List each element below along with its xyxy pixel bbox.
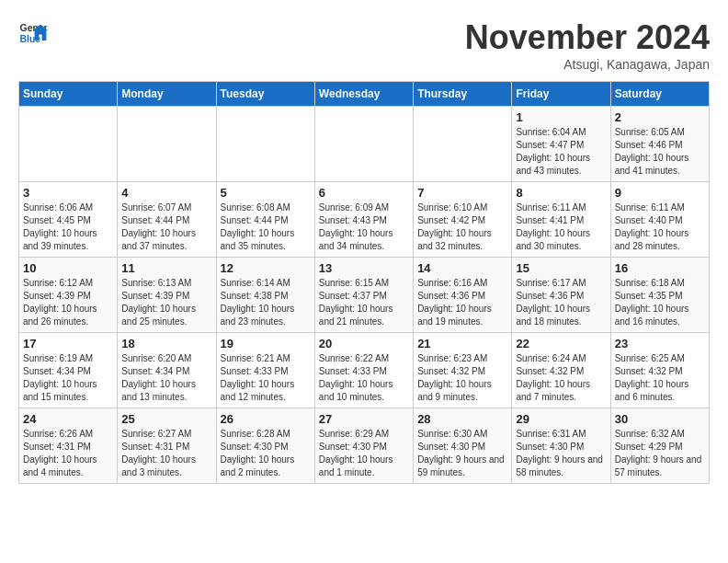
day-number: 21 bbox=[417, 337, 507, 350]
day-info: Sunrise: 6:31 AM Sunset: 4:30 PM Dayligh… bbox=[516, 428, 606, 479]
day-info: Sunrise: 6:04 AM Sunset: 4:47 PM Dayligh… bbox=[516, 126, 606, 178]
day-info: Sunrise: 6:28 AM Sunset: 4:30 PM Dayligh… bbox=[221, 428, 311, 479]
day-number: 30 bbox=[615, 412, 705, 426]
week-row-3: 10Sunrise: 6:12 AM Sunset: 4:39 PM Dayli… bbox=[19, 258, 710, 333]
day-number: 2 bbox=[615, 110, 705, 124]
day-number: 20 bbox=[319, 337, 409, 350]
calendar-table: SundayMondayTuesdayWednesdayThursdayFrid… bbox=[18, 81, 710, 484]
day-cell: 21Sunrise: 6:23 AM Sunset: 4:32 PM Dayli… bbox=[414, 333, 512, 408]
day-info: Sunrise: 6:29 AM Sunset: 4:30 PM Dayligh… bbox=[319, 428, 409, 479]
day-number: 17 bbox=[23, 337, 113, 350]
day-number: 24 bbox=[23, 412, 113, 426]
day-cell: 19Sunrise: 6:21 AM Sunset: 4:33 PM Dayli… bbox=[216, 333, 314, 408]
day-info: Sunrise: 6:06 AM Sunset: 4:45 PM Dayligh… bbox=[23, 201, 113, 253]
day-cell: 22Sunrise: 6:24 AM Sunset: 4:32 PM Dayli… bbox=[512, 333, 610, 408]
day-info: Sunrise: 6:26 AM Sunset: 4:31 PM Dayligh… bbox=[23, 428, 113, 479]
day-cell: 27Sunrise: 6:29 AM Sunset: 4:30 PM Dayli… bbox=[314, 408, 413, 484]
day-cell: 14Sunrise: 6:16 AM Sunset: 4:36 PM Dayli… bbox=[414, 258, 512, 333]
day-number: 14 bbox=[417, 261, 507, 275]
day-cell: 13Sunrise: 6:15 AM Sunset: 4:37 PM Dayli… bbox=[314, 258, 413, 333]
day-number: 26 bbox=[221, 412, 311, 426]
day-number: 29 bbox=[516, 412, 606, 426]
day-info: Sunrise: 6:11 AM Sunset: 4:41 PM Dayligh… bbox=[516, 201, 606, 253]
day-number: 10 bbox=[23, 261, 113, 275]
day-number: 13 bbox=[319, 261, 409, 275]
day-number: 15 bbox=[516, 261, 606, 275]
day-cell: 12Sunrise: 6:14 AM Sunset: 4:38 PM Dayli… bbox=[216, 258, 314, 333]
weekday-header-tuesday: Tuesday bbox=[216, 82, 314, 107]
day-cell bbox=[314, 107, 413, 182]
weekday-header-thursday: Thursday bbox=[414, 82, 512, 107]
month-title: November 2024 bbox=[465, 18, 710, 57]
day-cell bbox=[19, 107, 118, 182]
day-cell: 30Sunrise: 6:32 AM Sunset: 4:29 PM Dayli… bbox=[610, 408, 709, 484]
day-number: 18 bbox=[121, 337, 211, 350]
weekday-header-saturday: Saturday bbox=[610, 82, 709, 107]
day-cell: 25Sunrise: 6:27 AM Sunset: 4:31 PM Dayli… bbox=[118, 408, 216, 484]
day-info: Sunrise: 6:17 AM Sunset: 4:36 PM Dayligh… bbox=[516, 277, 606, 328]
day-info: Sunrise: 6:15 AM Sunset: 4:37 PM Dayligh… bbox=[319, 277, 409, 328]
day-cell: 26Sunrise: 6:28 AM Sunset: 4:30 PM Dayli… bbox=[216, 408, 314, 484]
logo: General Blue bbox=[18, 18, 48, 48]
day-number: 3 bbox=[23, 186, 113, 200]
day-cell: 29Sunrise: 6:31 AM Sunset: 4:30 PM Dayli… bbox=[512, 408, 610, 484]
day-info: Sunrise: 6:09 AM Sunset: 4:43 PM Dayligh… bbox=[319, 201, 409, 253]
day-cell: 2Sunrise: 6:05 AM Sunset: 4:46 PM Daylig… bbox=[610, 107, 709, 182]
day-cell: 28Sunrise: 6:30 AM Sunset: 4:30 PM Dayli… bbox=[414, 408, 512, 484]
day-number: 16 bbox=[615, 261, 705, 275]
day-cell: 20Sunrise: 6:22 AM Sunset: 4:33 PM Dayli… bbox=[314, 333, 413, 408]
day-cell bbox=[216, 107, 314, 182]
day-number: 9 bbox=[615, 186, 705, 200]
weekday-header-monday: Monday bbox=[118, 82, 216, 107]
day-info: Sunrise: 6:23 AM Sunset: 4:32 PM Dayligh… bbox=[417, 352, 507, 404]
logo-icon: General Blue bbox=[18, 18, 48, 48]
day-number: 22 bbox=[516, 337, 606, 350]
week-row-4: 17Sunrise: 6:19 AM Sunset: 4:34 PM Dayli… bbox=[19, 333, 710, 408]
weekday-header-sunday: Sunday bbox=[19, 82, 118, 107]
day-cell: 23Sunrise: 6:25 AM Sunset: 4:32 PM Dayli… bbox=[610, 333, 709, 408]
day-info: Sunrise: 6:24 AM Sunset: 4:32 PM Dayligh… bbox=[516, 352, 606, 404]
day-number: 19 bbox=[221, 337, 311, 350]
day-cell: 9Sunrise: 6:11 AM Sunset: 4:40 PM Daylig… bbox=[610, 182, 709, 258]
weekday-header-wednesday: Wednesday bbox=[314, 82, 413, 107]
day-info: Sunrise: 6:07 AM Sunset: 4:44 PM Dayligh… bbox=[121, 201, 211, 253]
day-info: Sunrise: 6:21 AM Sunset: 4:33 PM Dayligh… bbox=[221, 352, 311, 404]
day-number: 28 bbox=[417, 412, 507, 426]
header: General Blue November 2024 Atsugi, Kanag… bbox=[18, 18, 710, 72]
day-number: 6 bbox=[319, 186, 409, 200]
day-number: 8 bbox=[516, 186, 606, 200]
day-number: 4 bbox=[121, 186, 211, 200]
week-row-1: 1Sunrise: 6:04 AM Sunset: 4:47 PM Daylig… bbox=[19, 107, 710, 182]
day-number: 12 bbox=[221, 261, 311, 275]
day-info: Sunrise: 6:27 AM Sunset: 4:31 PM Dayligh… bbox=[121, 428, 211, 479]
day-info: Sunrise: 6:32 AM Sunset: 4:29 PM Dayligh… bbox=[615, 428, 705, 479]
day-number: 27 bbox=[319, 412, 409, 426]
day-cell bbox=[118, 107, 216, 182]
title-area: November 2024 Atsugi, Kanagawa, Japan bbox=[465, 18, 710, 72]
location-subtitle: Atsugi, Kanagawa, Japan bbox=[465, 57, 710, 72]
day-info: Sunrise: 6:22 AM Sunset: 4:33 PM Dayligh… bbox=[319, 352, 409, 404]
day-info: Sunrise: 6:12 AM Sunset: 4:39 PM Dayligh… bbox=[23, 277, 113, 328]
day-info: Sunrise: 6:25 AM Sunset: 4:32 PM Dayligh… bbox=[615, 352, 705, 404]
day-number: 23 bbox=[615, 337, 705, 350]
day-info: Sunrise: 6:05 AM Sunset: 4:46 PM Dayligh… bbox=[615, 126, 705, 178]
day-cell: 8Sunrise: 6:11 AM Sunset: 4:41 PM Daylig… bbox=[512, 182, 610, 258]
day-info: Sunrise: 6:16 AM Sunset: 4:36 PM Dayligh… bbox=[417, 277, 507, 328]
weekday-header-friday: Friday bbox=[512, 82, 610, 107]
day-cell: 18Sunrise: 6:20 AM Sunset: 4:34 PM Dayli… bbox=[118, 333, 216, 408]
day-info: Sunrise: 6:08 AM Sunset: 4:44 PM Dayligh… bbox=[221, 201, 311, 253]
week-row-2: 3Sunrise: 6:06 AM Sunset: 4:45 PM Daylig… bbox=[19, 182, 710, 258]
day-number: 7 bbox=[417, 186, 507, 200]
day-cell: 1Sunrise: 6:04 AM Sunset: 4:47 PM Daylig… bbox=[512, 107, 610, 182]
day-info: Sunrise: 6:30 AM Sunset: 4:30 PM Dayligh… bbox=[417, 428, 507, 479]
day-cell: 4Sunrise: 6:07 AM Sunset: 4:44 PM Daylig… bbox=[118, 182, 216, 258]
day-cell: 3Sunrise: 6:06 AM Sunset: 4:45 PM Daylig… bbox=[19, 182, 118, 258]
day-cell bbox=[414, 107, 512, 182]
day-number: 1 bbox=[516, 110, 606, 124]
day-number: 25 bbox=[121, 412, 211, 426]
day-cell: 6Sunrise: 6:09 AM Sunset: 4:43 PM Daylig… bbox=[314, 182, 413, 258]
day-cell: 5Sunrise: 6:08 AM Sunset: 4:44 PM Daylig… bbox=[216, 182, 314, 258]
day-number: 5 bbox=[221, 186, 311, 200]
day-cell: 7Sunrise: 6:10 AM Sunset: 4:42 PM Daylig… bbox=[414, 182, 512, 258]
day-cell: 17Sunrise: 6:19 AM Sunset: 4:34 PM Dayli… bbox=[19, 333, 118, 408]
